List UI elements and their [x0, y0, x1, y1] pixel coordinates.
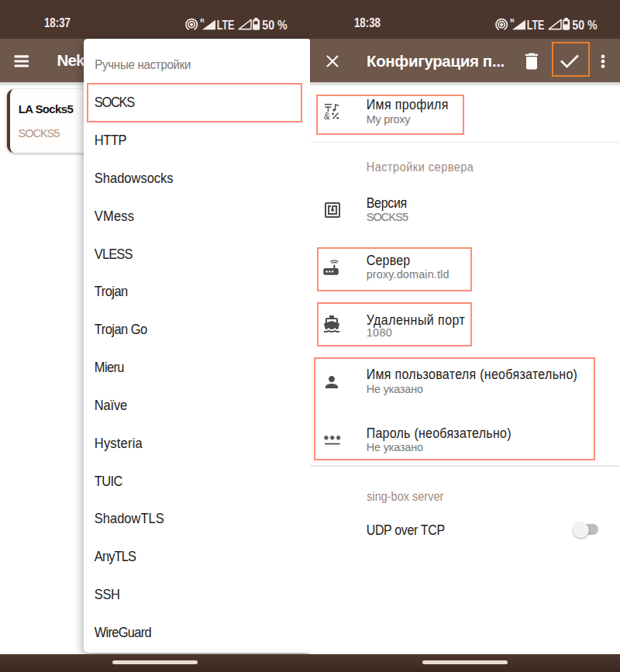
svg-text:50 %: 50 %	[572, 18, 597, 33]
svg-text:LTE: LTE	[217, 18, 235, 33]
svg-text:R: R	[510, 17, 515, 24]
svg-text:R: R	[200, 17, 205, 24]
svg-text:LTE: LTE	[527, 18, 545, 33]
svg-text:50 %: 50 %	[262, 18, 287, 33]
